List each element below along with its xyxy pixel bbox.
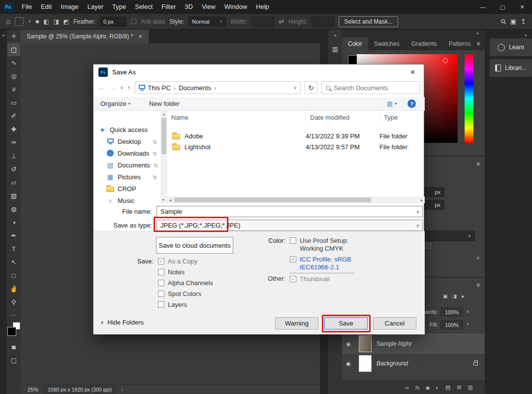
- scrollbar-thumb[interactable]: [161, 118, 166, 154]
- history-brush-tool[interactable]: ↺: [7, 163, 20, 176]
- hide-folders-button[interactable]: ∧ Hide Folders: [100, 319, 144, 326]
- thumbnail-checkbox[interactable]: ✓: [290, 276, 296, 282]
- notes-checkbox[interactable]: [158, 269, 164, 275]
- file-row-lightshot[interactable]: Lightshot 4/13/2022 9:57 PM File folder: [167, 141, 425, 152]
- feather-input[interactable]: 0 px: [100, 17, 126, 27]
- search-box[interactable]: Search Documents: [321, 81, 420, 94]
- layer-mask-icon[interactable]: ◙: [426, 385, 430, 391]
- menu-select[interactable]: Select: [130, 0, 157, 14]
- style-select[interactable]: Normal ∨: [188, 17, 226, 27]
- spot-healing-tool[interactable]: ✚: [7, 123, 20, 136]
- column-type[interactable]: Type: [379, 111, 425, 124]
- edit-toolbar-icon[interactable]: …: [7, 309, 20, 318]
- refresh-button[interactable]: ↻: [305, 81, 317, 94]
- menu-image[interactable]: Image: [56, 0, 83, 14]
- menu-file[interactable]: File: [17, 0, 36, 14]
- sort-caret-icon[interactable]: ˆ: [241, 111, 243, 115]
- link-layers-icon[interactable]: ∞: [405, 385, 409, 391]
- menu-filter[interactable]: Filter: [157, 0, 180, 14]
- path-selection-tool[interactable]: ↖: [7, 256, 20, 269]
- workspace-icon[interactable]: ▣: [510, 18, 516, 25]
- quick-mask-icon[interactable]: ◙: [7, 340, 20, 354]
- column-name[interactable]: Name: [167, 114, 306, 121]
- breadcrumb-this-pc[interactable]: This PC: [148, 84, 171, 92]
- sidebar-item-documents[interactable]: ▤ Documents ⚲: [94, 159, 160, 171]
- frame-tool[interactable]: ▭: [7, 96, 20, 109]
- scroll-up-icon[interactable]: ▴: [163, 112, 165, 116]
- move-tool[interactable]: ✛: [7, 30, 20, 43]
- tab-close-icon[interactable]: ✕: [138, 33, 142, 40]
- panel-expand-icon[interactable]: ∨: [476, 255, 480, 261]
- combo-caret-icon[interactable]: ∨: [413, 223, 422, 228]
- menu-3d[interactable]: 3D: [180, 0, 197, 14]
- menu-edit[interactable]: Edit: [36, 0, 56, 14]
- sidebar-item-music[interactable]: ♪ Music: [94, 195, 160, 203]
- color-panel-menu-icon[interactable]: ≡: [476, 40, 480, 47]
- horizontal-scrollbar[interactable]: ◂ ▸: [167, 197, 425, 203]
- antialias-checkbox[interactable]: [131, 19, 136, 24]
- scroll-down-icon[interactable]: ▾: [162, 198, 164, 202]
- document-tab[interactable]: Sample @ 25% (Sample Alphr, RGB/8) * ✕: [21, 30, 149, 43]
- scroll-left-icon[interactable]: ◂: [169, 198, 171, 202]
- panel-foreground-swatch[interactable]: [348, 55, 357, 65]
- save-to-cloud-button[interactable]: Save to cloud documents: [156, 237, 233, 254]
- height-input[interactable]: [312, 17, 334, 27]
- sidebar-item-crop[interactable]: CROP: [94, 183, 160, 195]
- nav-up-icon[interactable]: ↑: [127, 84, 131, 92]
- libraries-panel-button[interactable]: Librari...: [490, 59, 532, 77]
- properties-panel-menu-icon[interactable]: ≡: [476, 161, 480, 167]
- layer-row-sample-alphr[interactable]: ◉ Sample Alphr: [342, 334, 485, 354]
- warning-button[interactable]: Warning: [275, 317, 318, 329]
- fill-caret-icon[interactable]: ∨: [466, 322, 469, 327]
- selection-subtract-icon[interactable]: ◨: [54, 18, 59, 25]
- properties-button[interactable]: [423, 241, 433, 250]
- selection-new-icon[interactable]: ■: [35, 18, 39, 25]
- layer-thumbnail[interactable]: [359, 335, 372, 352]
- sidebar-item-pictures[interactable]: ▦ Pictures ⚲: [94, 171, 160, 183]
- menu-layer[interactable]: Layer: [83, 0, 108, 14]
- sidebar-item-quick-access[interactable]: ★ Quick access: [94, 124, 160, 135]
- layer-name[interactable]: Background: [376, 360, 408, 367]
- file-row-adobe[interactable]: Adobe 4/13/2022 9:39 PM File folder: [167, 131, 425, 141]
- organize-caret-icon[interactable]: ▾: [128, 101, 130, 106]
- status-chevron-icon[interactable]: ›: [121, 387, 123, 393]
- foreground-color-swatch[interactable]: [7, 327, 16, 336]
- menu-view[interactable]: View: [197, 0, 220, 14]
- swap-dimensions-icon[interactable]: ⇄: [279, 18, 284, 25]
- expand-panels-icon[interactable]: «: [334, 33, 337, 38]
- adjustment-layer-icon[interactable]: ◐: [436, 385, 439, 391]
- menu-window[interactable]: Window: [220, 0, 251, 14]
- icc-profile-checkbox[interactable]: ✓: [290, 256, 296, 263]
- zoom-level[interactable]: 25%: [28, 387, 38, 393]
- clone-stamp-tool[interactable]: ⊥: [7, 149, 20, 163]
- collapse-right-dock-icon[interactable]: «: [524, 33, 527, 38]
- save-button[interactable]: Save: [324, 317, 368, 329]
- layer-visibility-icon[interactable]: ◉: [342, 361, 355, 367]
- dialog-close-icon[interactable]: ✕: [402, 65, 424, 79]
- nav-back-icon[interactable]: ←: [98, 84, 105, 92]
- selection-intersect-icon[interactable]: ◩: [63, 18, 69, 25]
- cancel-button[interactable]: Cancel: [373, 317, 416, 329]
- organize-button[interactable]: Organize: [100, 100, 126, 107]
- new-folder-button[interactable]: New folder: [149, 100, 180, 107]
- eyedropper-tool[interactable]: ✐: [7, 109, 20, 123]
- layer-name[interactable]: Sample Alphr: [376, 340, 411, 347]
- scroll-right-icon[interactable]: ▸: [421, 198, 423, 202]
- hand-tool[interactable]: ✌: [7, 282, 20, 296]
- minimize-button[interactable]: —: [473, 0, 493, 14]
- sidebar-item-desktop[interactable]: Desktop ⚲: [94, 135, 160, 147]
- file-name-input[interactable]: Sample ∨: [156, 206, 423, 217]
- views-icon[interactable]: ▦: [387, 100, 393, 107]
- sidebar-item-downloads[interactable]: ↓ Downloads ⚲: [94, 147, 160, 159]
- opacity-value[interactable]: 100%: [440, 307, 463, 317]
- layer-row-background[interactable]: ◉ Background: [342, 354, 485, 373]
- pen-tool[interactable]: ✒: [7, 229, 20, 242]
- hue-slider[interactable]: [465, 54, 473, 143]
- menu-help[interactable]: Help: [251, 0, 274, 14]
- home-icon[interactable]: ⌂: [6, 17, 10, 26]
- combo-caret-icon[interactable]: ∨: [413, 209, 422, 214]
- gradient-tool[interactable]: ▨: [7, 189, 20, 202]
- save-as-type-select[interactable]: JPEG (*.JPG;*.JPEG;*.JPE) ∨: [156, 220, 423, 231]
- nav-recent-icon[interactable]: ∨: [120, 85, 124, 90]
- maximize-button[interactable]: ▢: [493, 0, 512, 14]
